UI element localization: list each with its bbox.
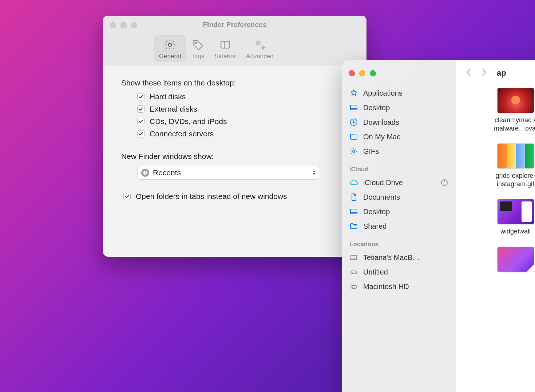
applications-icon (349, 89, 358, 97)
desktop-icon (349, 103, 358, 112)
tab-advanced-label: Advanced (246, 53, 274, 60)
sidebar-item-downloads[interactable]: Downloads (345, 115, 453, 129)
hard-disks-checkbox[interactable] (137, 93, 144, 100)
finder-sidebar: Applications Desktop Downloads On My Mac… (342, 60, 456, 392)
sidebar-item-untitled[interactable]: Untitled (345, 265, 453, 279)
new-windows-value: Recents (153, 168, 181, 177)
sidebar-icon (219, 38, 232, 51)
svg-point-18 (352, 273, 353, 273)
sidebar-label: On My Mac (363, 133, 400, 141)
cds-checkbox[interactable] (137, 118, 144, 125)
svg-rect-2 (221, 41, 230, 48)
tag-icon (191, 38, 204, 51)
tab-general-label: General (159, 53, 181, 60)
document-icon (349, 193, 358, 201)
shared-folder-icon (349, 222, 358, 231)
svg-point-5 (262, 47, 263, 48)
minimize-button[interactable] (359, 70, 365, 76)
sidebar-label: Downloads (363, 118, 399, 127)
sidebar-item-desktop[interactable]: Desktop (345, 100, 453, 115)
finder-content: ap cleanmymac xmalware…oval grids-explor… (456, 60, 535, 392)
sidebar-label: Untitled (363, 268, 388, 276)
open-in-tabs-label: Open folders in tabs instead of new wind… (136, 192, 287, 201)
file-thumbnail (497, 199, 534, 224)
tab-tags-label: Tags (191, 53, 205, 60)
sidebar-item-gifs[interactable]: GIFs (345, 144, 453, 159)
sidebar-label: Applications (363, 89, 403, 97)
new-windows-select[interactable]: Recents ▲▼ (137, 166, 319, 180)
svg-point-1 (195, 42, 197, 44)
sidebar-label: Shared (363, 222, 387, 231)
sidebar-item-macintosh-hd[interactable]: Macintosh HD (345, 279, 453, 294)
svg-rect-7 (350, 105, 357, 110)
file-name: grids-explore-instagram.gif (495, 172, 535, 188)
sidebar-label: iCloud Drive (363, 179, 403, 187)
chevron-up-down-icon: ▲▼ (312, 170, 316, 176)
sidebar-item-applications[interactable]: Applications (345, 86, 453, 100)
tab-tags[interactable]: Tags (186, 35, 209, 62)
disk-icon (349, 268, 358, 276)
back-button[interactable] (466, 67, 471, 79)
sidebar-label: Tetiana's MacB… (363, 253, 420, 262)
disk-icon (349, 282, 358, 291)
tab-sidebar[interactable]: Sidebar (209, 35, 241, 62)
sidebar-item-shared[interactable]: Shared (345, 219, 453, 233)
file-thumbnail (497, 143, 534, 169)
file-item[interactable]: widgetwall (483, 199, 535, 236)
zoom-button[interactable] (370, 70, 376, 76)
desktop-items-heading: Show these items on the desktop: (121, 79, 352, 87)
close-button[interactable] (110, 22, 116, 28)
sidebar-item-documents[interactable]: Documents (345, 190, 453, 204)
file-item[interactable]: grids-explore-instagram.gif (483, 143, 535, 188)
tab-sidebar-label: Sidebar (214, 53, 236, 60)
servers-label: Connected servers (150, 129, 214, 138)
svg-rect-12 (350, 209, 357, 214)
traffic-lights (110, 22, 137, 28)
svg-rect-17 (351, 271, 357, 274)
sidebar-item-icloud-drive[interactable]: iCloud Drive (345, 175, 453, 190)
finder-preferences-window: Finder Preferences General Tags Sidebar … (103, 16, 366, 257)
general-pane: Show these items on the desktop: Hard di… (103, 66, 366, 215)
minimize-button[interactable] (120, 22, 127, 28)
tab-advanced[interactable]: Advanced (241, 35, 279, 62)
gear-icon (349, 147, 358, 156)
zoom-button[interactable] (131, 22, 137, 28)
external-disks-checkbox[interactable] (137, 105, 144, 113)
svg-point-10 (353, 150, 355, 152)
svg-rect-19 (351, 285, 357, 288)
svg-point-20 (352, 287, 353, 288)
sidebar-item-desktop-icloud[interactable]: Desktop (345, 204, 453, 219)
file-item[interactable]: cleanmymac xmalware…oval (483, 88, 535, 132)
open-in-tabs-checkbox[interactable] (123, 193, 131, 200)
gears-icon (253, 38, 266, 51)
clock-icon (141, 169, 149, 177)
sidebar-label: GIFs (363, 147, 379, 156)
location-title: ap (497, 68, 506, 78)
sidebar-item-machine[interactable]: Tetiana's MacB… (345, 250, 453, 265)
window-title: Finder Preferences (103, 21, 366, 29)
sidebar-item-onmymac[interactable]: On My Mac (345, 129, 453, 144)
file-thumbnail (497, 88, 534, 113)
cds-label: CDs, DVDs, and iPods (150, 117, 227, 126)
servers-checkbox[interactable] (137, 130, 144, 137)
close-button[interactable] (349, 70, 355, 76)
svg-point-14 (354, 224, 356, 226)
sidebar-heading-icloud: iCloud (345, 159, 453, 175)
file-grid: cleanmymac xmalware…oval grids-explore-i… (456, 88, 535, 272)
forward-button[interactable] (482, 67, 487, 79)
svg-point-0 (169, 43, 172, 46)
preferences-toolbar: General Tags Sidebar Advanced (103, 34, 366, 66)
folder-icon (349, 132, 358, 141)
svg-point-4 (257, 42, 259, 44)
finder-window: Applications Desktop Downloads On My Mac… (342, 60, 535, 392)
hard-disks-label: Hard disks (150, 92, 186, 101)
sidebar-heading-locations: Locations (345, 233, 453, 250)
file-item[interactable] (483, 247, 535, 272)
file-thumbnail (497, 247, 534, 272)
downloads-icon (349, 118, 358, 127)
sidebar-label: Desktop (363, 104, 390, 112)
tab-general[interactable]: General (154, 35, 186, 62)
laptop-icon (349, 253, 358, 262)
sidebar-label: Desktop (363, 208, 390, 216)
file-name: widgetwall (500, 227, 531, 236)
